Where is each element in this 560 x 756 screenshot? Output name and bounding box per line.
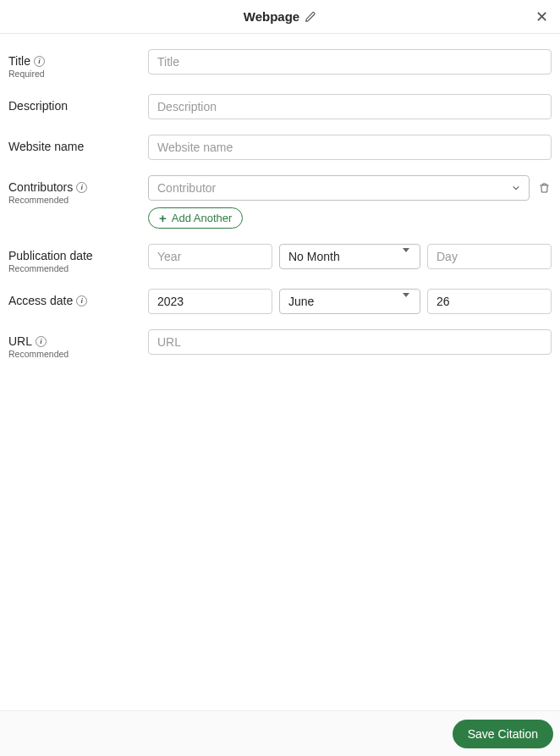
url-sublabel: Recommended (8, 349, 148, 359)
publication-year-input[interactable] (148, 244, 272, 269)
pencil-icon[interactable] (305, 11, 316, 23)
field-description: Description (8, 94, 552, 119)
dialog-header: Webpage ✕ (0, 0, 560, 34)
title-label-col: Title i Required (8, 49, 148, 79)
publication-date-label: Publication date (8, 249, 93, 262)
field-publication-date: Publication date Recommended No Month (8, 244, 552, 273)
publication-date-sublabel: Recommended (8, 263, 148, 273)
close-button[interactable]: ✕ (535, 9, 548, 25)
publication-month-value: No Month (288, 250, 340, 263)
field-website-name: Website name (8, 135, 552, 160)
field-url: URL i Recommended (8, 329, 552, 359)
delete-contributor-button[interactable] (536, 180, 552, 196)
website-name-label-col: Website name (8, 135, 148, 153)
access-date-row: June (148, 289, 552, 314)
website-name-input[interactable] (148, 135, 552, 160)
chevron-down-icon (512, 184, 520, 192)
publication-month-select[interactable]: No Month (279, 244, 420, 269)
close-icon: ✕ (535, 8, 548, 25)
dialog-title: Webpage (244, 9, 299, 24)
description-label: Description (8, 99, 68, 113)
publication-date-row: No Month (148, 244, 552, 269)
access-date-label: Access date (8, 294, 73, 307)
access-month-select[interactable]: June (279, 289, 420, 314)
description-label-col: Description (8, 94, 148, 113)
contributor-row: Contributor (148, 175, 552, 201)
form-body: Title i Required Description Website nam… (0, 34, 560, 383)
field-title: Title i Required (8, 49, 552, 79)
url-input[interactable] (148, 329, 552, 355)
website-name-label: Website name (8, 140, 84, 153)
info-icon[interactable]: i (34, 56, 45, 67)
url-label: URL (8, 334, 32, 348)
title-input[interactable] (148, 49, 552, 74)
contributors-sublabel: Recommended (8, 195, 148, 205)
contributor-select[interactable]: Contributor (148, 175, 530, 201)
access-day-input[interactable] (427, 289, 552, 314)
contributor-placeholder: Contributor (157, 181, 216, 195)
field-access-date: Access date i June (8, 289, 552, 314)
description-input[interactable] (148, 94, 552, 119)
contributors-label: Contributors (8, 180, 73, 194)
publication-day-input[interactable] (427, 244, 552, 269)
access-date-label-col: Access date i (8, 289, 148, 307)
save-citation-button[interactable]: Save Citation (453, 720, 553, 748)
info-icon[interactable]: i (76, 295, 87, 306)
add-another-label: Add Another (172, 212, 233, 224)
info-icon[interactable]: i (76, 182, 87, 193)
caret-down-icon (403, 252, 411, 261)
access-month-value: June (288, 295, 314, 308)
publication-date-label-col: Publication date Recommended (8, 244, 148, 273)
save-citation-label: Save Citation (468, 727, 538, 741)
url-label-col: URL i Recommended (8, 329, 148, 359)
info-icon[interactable]: i (36, 336, 47, 347)
field-contributors: Contributors i Recommended Contributor (8, 175, 552, 229)
title-label: Title (8, 54, 30, 68)
plus-icon: + (159, 212, 167, 224)
caret-down-icon (403, 297, 411, 306)
access-year-input[interactable] (148, 289, 272, 314)
dialog-title-group: Webpage (244, 9, 316, 24)
contributors-label-col: Contributors i Recommended (8, 175, 148, 205)
add-another-button[interactable]: + Add Another (148, 207, 243, 229)
trash-icon (538, 181, 551, 195)
title-sublabel: Required (8, 69, 148, 79)
dialog-footer: Save Citation (0, 710, 560, 756)
